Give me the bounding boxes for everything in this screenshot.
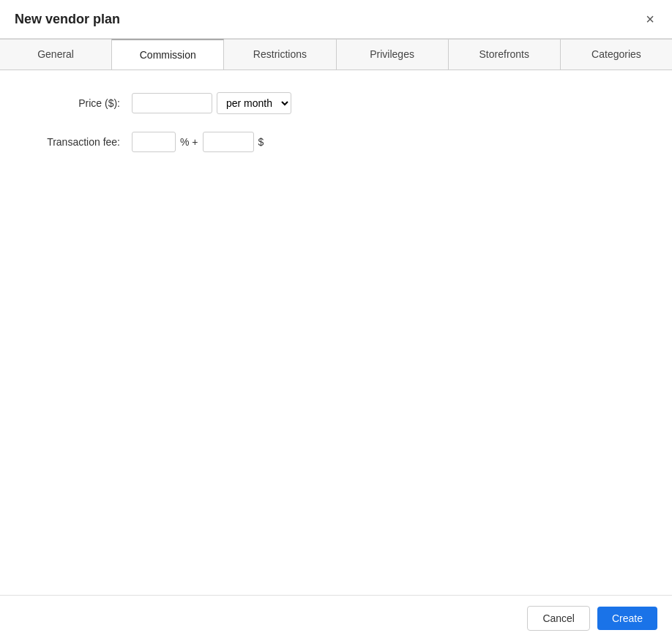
transaction-fee-row: Transaction fee: % + $ (15, 132, 657, 152)
price-controls: per month per year one-time (132, 92, 291, 114)
tab-privileges[interactable]: Privileges (336, 39, 449, 70)
fee-separator: % + (180, 136, 198, 148)
tab-general[interactable]: General (0, 39, 112, 70)
tab-restrictions[interactable]: Restrictions (223, 39, 336, 70)
price-label: Price ($): (15, 97, 132, 109)
tab-commission[interactable]: Commission (111, 39, 224, 70)
period-select[interactable]: per month per year one-time (217, 92, 291, 114)
fee-suffix: $ (258, 136, 264, 148)
new-vendor-plan-dialog: New vendor plan × General Commission Res… (0, 0, 672, 641)
close-button[interactable]: × (643, 10, 657, 28)
dialog-title: New vendor plan (15, 12, 120, 27)
fee-controls: % + $ (132, 132, 264, 152)
fee-dollar-input[interactable] (203, 132, 254, 152)
dialog-body: Price ($): per month per year one-time T… (0, 70, 672, 595)
dialog-footer: Cancel Create (0, 595, 672, 641)
tab-storefronts[interactable]: Storefronts (448, 39, 561, 70)
fee-percent-input[interactable] (132, 132, 176, 152)
cancel-button[interactable]: Cancel (527, 606, 590, 631)
create-button[interactable]: Create (597, 607, 657, 630)
price-input[interactable] (132, 93, 212, 113)
price-row: Price ($): per month per year one-time (15, 92, 657, 114)
tab-bar: General Commission Restrictions Privileg… (0, 39, 672, 70)
tab-categories[interactable]: Categories (560, 39, 672, 70)
transaction-fee-label: Transaction fee: (15, 136, 132, 148)
dialog-header: New vendor plan × (0, 0, 672, 39)
